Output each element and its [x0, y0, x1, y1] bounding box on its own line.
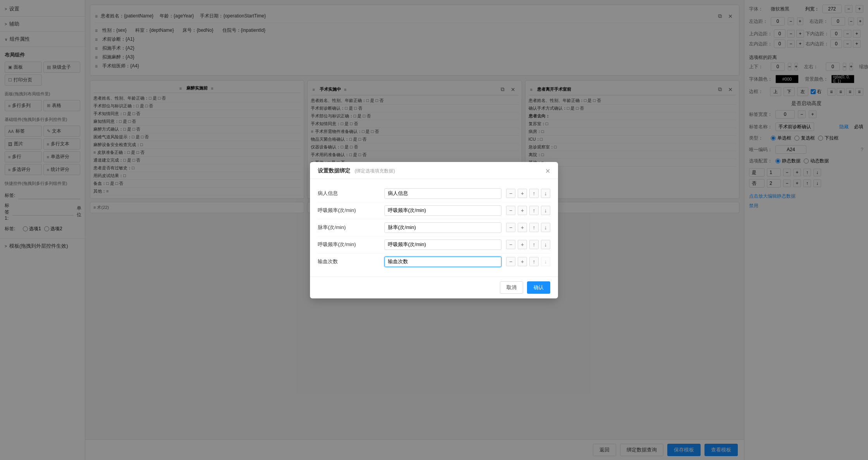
dialog-close-btn[interactable]: ✕ — [545, 167, 550, 175]
row5-up-btn[interactable]: ↑ — [529, 257, 539, 266]
dialog-row-1: 病人信息 − + ↑ ↓ — [318, 185, 550, 202]
row1-down-btn[interactable]: ↓ — [541, 189, 550, 198]
dialog-cancel-btn[interactable]: 取消 — [500, 281, 523, 294]
row4-minus-btn[interactable]: − — [506, 240, 515, 249]
row2-plus-btn[interactable]: + — [518, 206, 527, 215]
row5-down-btn[interactable]: ↓ — [541, 257, 550, 266]
dialog-row-1-input[interactable] — [384, 188, 501, 199]
row4-down-btn[interactable]: ↓ — [541, 240, 550, 249]
dialog-row-4-input[interactable] — [384, 239, 501, 250]
dialog-row-5: 输血次数 − + ↑ ↓ — [318, 253, 550, 270]
row2-minus-btn[interactable]: − — [506, 206, 515, 215]
dialog-row-3-input[interactable] — [384, 222, 501, 233]
dialog-row-1-label: 病人信息 — [318, 190, 380, 197]
dialog: 设置数据绑定 (绑定选项填充数据) ✕ 病人信息 − + ↑ ↓ 呼吸频率(次/… — [310, 162, 558, 298]
dialog-header: 设置数据绑定 (绑定选项填充数据) ✕ — [310, 162, 558, 179]
row1-minus-btn[interactable]: − — [506, 189, 515, 198]
dialog-confirm-btn[interactable]: 确认 — [527, 281, 550, 294]
row4-up-btn[interactable]: ↑ — [529, 240, 539, 249]
row3-down-btn[interactable]: ↓ — [541, 223, 550, 232]
dialog-row-1-actions: − + ↑ ↓ — [506, 189, 550, 198]
dialog-row-4: 呼吸频率(次/min) − + ↑ ↓ — [318, 236, 550, 253]
dialog-row-3-actions: − + ↑ ↓ — [506, 223, 550, 232]
row2-down-btn[interactable]: ↓ — [541, 206, 550, 215]
row3-plus-btn[interactable]: + — [518, 223, 527, 232]
dialog-subtitle: (绑定选项填充数据) — [355, 168, 395, 174]
dialog-body: 病人信息 − + ↑ ↓ 呼吸频率(次/min) − + ↑ ↓ — [310, 179, 558, 276]
dialog-row-3: 脉率(次/min) − + ↑ ↓ — [318, 219, 550, 236]
dialog-footer: 取消 确认 — [310, 276, 558, 298]
dialog-row-5-actions: − + ↑ ↓ — [506, 257, 550, 266]
dialog-title: 设置数据绑定 — [318, 167, 350, 174]
row3-up-btn[interactable]: ↑ — [529, 223, 539, 232]
row4-plus-btn[interactable]: + — [518, 240, 527, 249]
row3-minus-btn[interactable]: − — [506, 223, 515, 232]
row5-plus-btn[interactable]: + — [518, 257, 527, 266]
dialog-row-4-actions: − + ↑ ↓ — [506, 240, 550, 249]
dialog-title-area: 设置数据绑定 (绑定选项填充数据) — [318, 167, 395, 174]
dialog-row-2-label: 呼吸频率(次/min) — [318, 207, 380, 214]
dialog-row-2-input[interactable] — [384, 205, 501, 216]
row1-plus-btn[interactable]: + — [518, 189, 527, 198]
dialog-row-5-label: 输血次数 — [318, 258, 380, 265]
dialog-row-2: 呼吸频率(次/min) − + ↑ ↓ — [318, 202, 550, 219]
dialog-row-4-label: 呼吸频率(次/min) — [318, 241, 380, 248]
row5-minus-btn[interactable]: − — [506, 257, 515, 266]
dialog-row-3-label: 脉率(次/min) — [318, 224, 380, 231]
dialog-overlay[interactable]: 设置数据绑定 (绑定选项填充数据) ✕ 病人信息 − + ↑ ↓ 呼吸频率(次/… — [0, 0, 868, 460]
row1-up-btn[interactable]: ↑ — [529, 189, 539, 198]
dialog-row-2-actions: − + ↑ ↓ — [506, 206, 550, 215]
row2-up-btn[interactable]: ↑ — [529, 206, 539, 215]
dialog-row-5-input[interactable] — [384, 257, 501, 267]
